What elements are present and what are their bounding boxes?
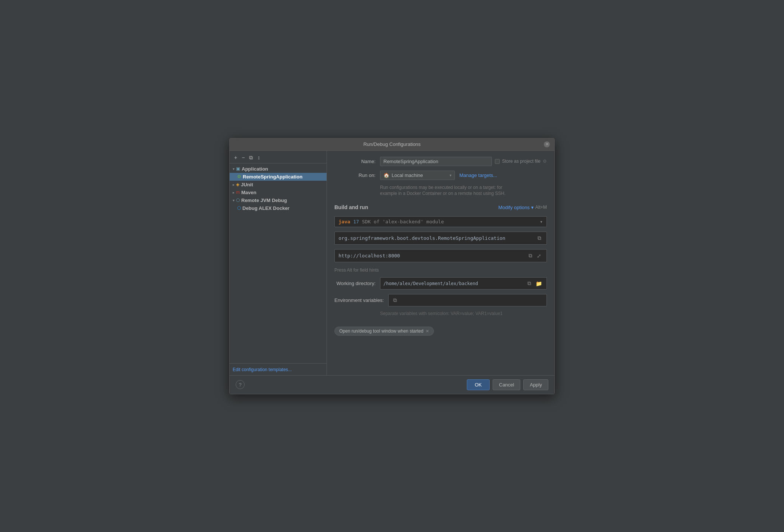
run-on-dropdown[interactable]: 🏠 Local machine ▾: [380, 171, 455, 180]
store-gear-icon[interactable]: ⚙: [543, 159, 547, 164]
tree-item-remote-spring[interactable]: ⚙ RemoteSpringApplication: [230, 173, 327, 181]
tree-item-application[interactable]: ▾ ▣ Application: [230, 165, 327, 173]
hint-line2: example in a Docker Container or on a re…: [380, 191, 506, 196]
junit-label: JUnit: [241, 182, 253, 187]
local-machine-text: Local machine: [392, 172, 423, 178]
copy-dir-button[interactable]: ⧉: [526, 279, 533, 287]
spring-icon: ⚙: [237, 174, 241, 179]
copy-config-button[interactable]: ⧉: [248, 154, 254, 162]
tags-section: Open run/debug tool window when started …: [334, 327, 547, 336]
help-button[interactable]: ?: [236, 380, 245, 389]
move-config-button[interactable]: ↕: [256, 154, 261, 161]
env-vars-label: Environment variables:: [334, 297, 384, 303]
cancel-button[interactable]: Cancel: [493, 379, 520, 390]
name-left: Name:: [334, 157, 492, 166]
modify-options-button[interactable]: Modify options ▾ Alt+M: [498, 205, 547, 210]
chip-close-icon[interactable]: ✕: [426, 329, 429, 334]
remote-chevron-icon: ▾: [233, 198, 235, 202]
action-buttons: OK Cancel Apply: [467, 379, 548, 390]
sdk-dropdown[interactable]: java 17 SDK of 'alex-backend' module ▾: [334, 216, 547, 227]
bottom-bar: ? OK Cancel Apply: [230, 375, 554, 394]
tree-item-debug-docker[interactable]: ⬡ Debug ALEX Docker: [230, 204, 327, 212]
close-button[interactable]: ✕: [544, 141, 550, 147]
sdk-suffix: SDK of 'alex-backend' module: [362, 219, 444, 224]
build-run-header: Build and run Modify options ▾ Alt+M: [334, 204, 547, 210]
working-dir-input[interactable]: /home/alex/Development/alex/backend ⧉ 📁: [380, 277, 547, 290]
maven-icon: m: [236, 190, 240, 195]
remote-icon: ⬡: [236, 198, 240, 203]
name-label: Name:: [334, 159, 376, 164]
hint-line1: Run configurations may be executed local…: [380, 185, 502, 190]
title-bar: Run/Debug Configurations ✕: [230, 138, 554, 151]
edit-templates-section: Edit configuration templates...: [230, 363, 327, 375]
config-tree: ▾ ▣ Application ⚙ RemoteSpringApplicatio…: [230, 163, 327, 363]
name-input[interactable]: [380, 157, 492, 166]
main-content: + − ⧉ ↕ ▾ ▣ Application ⚙ RemoteSpringAp…: [230, 151, 554, 375]
tool-window-chip[interactable]: Open run/debug tool window when started …: [334, 327, 434, 336]
field-hint: Press Alt for field hints: [334, 267, 547, 273]
debug-docker-label: Debug ALEX Docker: [242, 205, 290, 211]
chevron-down-icon: ▾: [233, 167, 235, 171]
name-row: Name: Store as project file ⚙: [334, 157, 547, 166]
build-run-title: Build and run: [334, 204, 368, 210]
tree-item-maven[interactable]: ▸ m Maven: [230, 189, 327, 196]
application-icon: ▣: [236, 166, 240, 171]
java-keyword: java: [339, 219, 350, 224]
manage-targets-link[interactable]: Manage targets...: [459, 172, 497, 178]
dropdown-arrow-icon: ▾: [450, 173, 451, 177]
folder-dir-button[interactable]: 📁: [534, 279, 543, 287]
toolbar: + − ⧉ ↕: [230, 152, 327, 163]
tree-item-junit[interactable]: ▸ ◈ JUnit: [230, 181, 327, 189]
chevron-right-icon: ▸: [233, 183, 235, 187]
store-project-label: Store as project file: [502, 159, 540, 164]
remote-jvm-label: Remote JVM Debug: [241, 198, 287, 203]
working-dir-label: Working directory:: [334, 281, 376, 286]
remove-config-button[interactable]: −: [240, 154, 246, 161]
docker-icon: ⬡: [237, 205, 241, 211]
sdk-text: java 17 SDK of 'alex-backend' module: [339, 219, 540, 224]
run-debug-dialog: Run/Debug Configurations ✕ + − ⧉ ↕ ▾ ▣ A…: [229, 138, 555, 394]
right-panel: Name: Store as project file ⚙ Run on: 🏠 …: [327, 151, 554, 375]
env-variables-row: Environment variables: ⧉: [334, 294, 547, 306]
modify-chevron-icon: ▾: [531, 205, 534, 210]
dialog-title: Run/Debug Configurations: [240, 141, 544, 147]
left-panel: + − ⧉ ↕ ▾ ▣ Application ⚙ RemoteSpringAp…: [230, 151, 327, 375]
store-project-row: Store as project file ⚙: [495, 159, 547, 164]
modify-shortcut: Alt+M: [535, 205, 547, 210]
copy-env-button[interactable]: ⧉: [392, 296, 398, 304]
tree-item-remote-jvm[interactable]: ▾ ⬡ Remote JVM Debug: [230, 196, 327, 204]
working-directory-row: Working directory: /home/alex/Developmen…: [334, 277, 547, 290]
working-dir-icons: ⧉ 📁: [526, 279, 543, 287]
maven-chevron-icon: ▸: [233, 190, 235, 195]
run-on-row: Run on: 🏠 Local machine ▾ Manage targets…: [334, 171, 547, 180]
maven-label: Maven: [241, 190, 256, 195]
chip-label: Open run/debug tool window when started: [339, 328, 423, 334]
run-on-hint: Run configurations may be executed local…: [380, 184, 547, 197]
home-icon: 🏠: [383, 172, 389, 178]
remote-spring-label: RemoteSpringApplication: [243, 174, 303, 180]
copy-url-button[interactable]: ⧉: [527, 252, 534, 260]
main-class-input[interactable]: org.springframework.boot.devtools.Remote…: [334, 232, 547, 245]
junit-icon: ◈: [236, 182, 239, 187]
env-vars-input[interactable]: ⧉: [388, 294, 547, 306]
edit-templates-link[interactable]: Edit configuration templates...: [233, 367, 292, 372]
url-input[interactable]: http://localhost:8000 ⧉ ⤢: [334, 249, 547, 262]
apply-button[interactable]: Apply: [523, 379, 548, 390]
store-project-checkbox[interactable]: [495, 159, 500, 164]
add-config-button[interactable]: +: [233, 154, 239, 161]
url-icons: ⧉ ⤢: [527, 252, 543, 260]
env-vars-hint: Separate variables with semicolon: VAR=v…: [380, 311, 547, 316]
working-dir-value: /home/alex/Development/alex/backend: [383, 281, 478, 286]
copy-class-button[interactable]: ⧉: [536, 234, 543, 242]
sdk-dropdown-arrow-icon: ▾: [540, 219, 543, 224]
ok-button[interactable]: OK: [467, 379, 490, 390]
run-on-label: Run on:: [334, 172, 376, 178]
java-version: 17: [353, 219, 359, 224]
modify-options-label: Modify options: [498, 205, 530, 210]
url-text: http://localhost:8000: [339, 253, 524, 259]
application-label: Application: [242, 166, 268, 172]
expand-url-button[interactable]: ⤢: [535, 252, 543, 260]
main-class-text: org.springframework.boot.devtools.Remote…: [339, 235, 505, 241]
